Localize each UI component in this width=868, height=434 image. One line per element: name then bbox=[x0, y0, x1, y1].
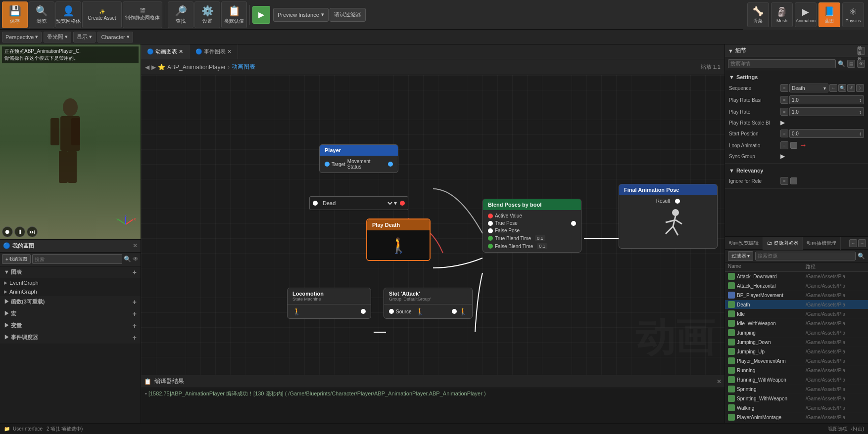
relevancy-title[interactable]: ▼ Relevancy bbox=[725, 166, 868, 175]
eye-icon[interactable]: 👁 bbox=[133, 256, 139, 262]
pause-btn[interactable]: ⏸ bbox=[14, 226, 25, 237]
physics-view-btn[interactable]: ⚛ Physics bbox=[842, 2, 864, 27]
nav-forward-btn[interactable]: ▶ bbox=[151, 64, 156, 71]
close-panel-btn[interactable]: ✕ bbox=[133, 242, 138, 249]
settings-btn[interactable]: ⚙️ 设置 bbox=[194, 1, 220, 28]
graph-section[interactable]: ▼ 图表 + bbox=[0, 266, 141, 278]
blueprint-search-input[interactable] bbox=[32, 254, 122, 264]
step-btn[interactable]: ⏭ bbox=[27, 226, 38, 237]
details-search-input[interactable] bbox=[728, 59, 836, 68]
browse-btn[interactable]: 🔍 浏览 bbox=[29, 1, 54, 28]
asset-row[interactable]: Attack_Downward/Game/Assets/Pla bbox=[725, 272, 868, 281]
preview-mesh-btn[interactable]: 👤 预览网格体 bbox=[55, 1, 81, 28]
play-rate-value[interactable]: 1.0 ↕ bbox=[789, 107, 864, 116]
details-preview-btn[interactable]: 预览场景设置 bbox=[857, 47, 865, 55]
start-position-value[interactable]: 0.0 ↕ bbox=[789, 129, 864, 138]
asset-row[interactable]: Attack_Horizontal/Game/Assets/Pla bbox=[725, 281, 868, 291]
asset-row[interactable]: Idle/Game/Assets/Pla bbox=[725, 309, 868, 319]
find-btn[interactable]: 🔎 查找 bbox=[168, 1, 193, 28]
asset-browser-search[interactable] bbox=[755, 252, 856, 260]
details-grid-btn[interactable]: ▤ bbox=[847, 60, 855, 68]
breadcrumb-project[interactable]: ABP_AnimationPlayer bbox=[167, 64, 226, 71]
asset-row[interactable]: Jumping/Game/Assets/Pla bbox=[725, 328, 868, 338]
skeleton-view-btn[interactable]: 🦴 骨架 bbox=[747, 2, 769, 27]
montage-tab[interactable]: 动画插槽管理 bbox=[803, 237, 841, 250]
asset-row[interactable]: Jumping_Up/Game/Assets/Pla bbox=[725, 347, 868, 356]
asset-row[interactable]: PlayerAnimMontage/Game/Assets/Pla bbox=[725, 413, 868, 422]
asset-row[interactable]: Death/Game/Assets/Pla bbox=[725, 300, 868, 309]
add-new-btn[interactable]: +我的蓝图 bbox=[2, 254, 31, 264]
dead-dropdown[interactable]: Dead ▾ bbox=[309, 196, 408, 210]
ab-forward-btn[interactable]: → bbox=[858, 239, 866, 247]
graph-area[interactable]: Player Target Movement Status Dead ▾ bbox=[141, 75, 724, 375]
seq-reset-btn[interactable]: ↺ bbox=[847, 84, 855, 92]
function-section[interactable]: ▶ 函数(3可重载) + bbox=[0, 296, 141, 308]
anim-graph-item[interactable]: ▶ AnimGraph bbox=[0, 287, 141, 296]
save-icon-btn[interactable]: 💾 保存 bbox=[2, 1, 28, 28]
seq-equal-btn[interactable]: = bbox=[780, 84, 788, 92]
play-rate-base-value[interactable]: 1.0 ↕ bbox=[789, 95, 864, 104]
add-variable-btn[interactable]: + bbox=[133, 322, 137, 330]
nav-back-btn[interactable]: ◀ bbox=[145, 64, 149, 71]
asset-browser-tab[interactable]: 🗂 资源浏览器 bbox=[763, 237, 803, 250]
ab-back-btn[interactable]: ← bbox=[849, 239, 857, 247]
final-pose-node[interactable]: Final Animation Pose Result bbox=[619, 184, 718, 249]
create-asset-btn[interactable]: ✨ Create Asset bbox=[82, 1, 122, 28]
prb-equal-btn[interactable]: = bbox=[780, 96, 788, 104]
macro-section[interactable]: ▶ 宏 + bbox=[0, 308, 141, 320]
sequence-dropdown[interactable]: Death ▾ bbox=[789, 84, 828, 92]
asset-row[interactable]: Sprinting_WithWeapon/Game/Assets/Pla bbox=[725, 394, 868, 403]
loop-equal-btn[interactable]: = bbox=[780, 141, 788, 149]
asset-row[interactable]: Idle_WithWeapon/Game/Assets/Pla bbox=[725, 319, 868, 328]
filter-btn[interactable]: 请试过滤器 bbox=[330, 8, 366, 22]
perspective-btn[interactable]: Perspective ▾ bbox=[2, 32, 42, 43]
animation-view-btn[interactable]: ▶ Animation bbox=[795, 2, 817, 27]
event-graph-item[interactable]: ▶ EventGraph bbox=[0, 278, 141, 287]
asset-row[interactable]: Walking/Game/Assets/Pla bbox=[725, 403, 868, 413]
character-btn[interactable]: Character ▾ bbox=[97, 32, 133, 43]
close-compiler-btn[interactable]: ✕ bbox=[717, 378, 722, 385]
asset-row[interactable]: Running_WithWeapon/Game/Assets/Pla bbox=[725, 375, 868, 385]
ir-checkbox[interactable] bbox=[790, 177, 797, 184]
asset-row[interactable]: BP_PlayerMovement/Game/Assets/Pla bbox=[725, 291, 868, 300]
blend-poses-node[interactable]: Blend Poses by bool Active Value True Po… bbox=[482, 199, 581, 253]
event-section[interactable]: ▶ 事件调度器 + bbox=[0, 332, 141, 344]
preview-edit-tab[interactable]: 动画预览编辑 bbox=[725, 237, 763, 250]
add-macro-btn[interactable]: + bbox=[133, 310, 137, 318]
add-event-btn[interactable]: + bbox=[133, 334, 137, 342]
record-btn[interactable]: ⏺ bbox=[2, 226, 13, 237]
home-btn[interactable]: ⭐ bbox=[158, 64, 165, 71]
seq-back-btn[interactable]: ← bbox=[829, 84, 837, 92]
asset-row[interactable]: Running/Game/Assets/Pla bbox=[725, 366, 868, 375]
locomotion-node[interactable]: Locomotion State Machine 🚶 bbox=[287, 288, 371, 319]
settings-title[interactable]: ▼ Settings bbox=[725, 72, 868, 82]
asset-row[interactable]: Jumping_Down/Game/Assets/Pla bbox=[725, 338, 868, 347]
filter-dropdown-btn[interactable]: 过滤器 ▾ bbox=[728, 251, 753, 261]
add-function-btn[interactable]: + bbox=[133, 298, 137, 306]
static-anim-btn[interactable]: 🎬 制作静态网格体 bbox=[123, 1, 162, 28]
sp-equal-btn[interactable]: = bbox=[780, 130, 788, 137]
dead-select[interactable]: Dead bbox=[321, 200, 394, 207]
variable-section[interactable]: ▶ 变量 + bbox=[0, 320, 141, 332]
play-death-node[interactable]: Play Death 🚶 bbox=[366, 218, 431, 261]
add-graph-btn[interactable]: + bbox=[133, 268, 137, 276]
preview-instance-btn[interactable]: Preview Instance ▾ bbox=[273, 8, 329, 22]
lighting-btn[interactable]: 带光照 ▾ bbox=[44, 32, 71, 43]
asset-row[interactable]: Sprinting/Game/Assets/Pla bbox=[725, 385, 868, 394]
seq-search-btn[interactable]: 🔍 bbox=[838, 84, 846, 92]
mesh-view-btn[interactable]: 🗿 Mesh bbox=[771, 2, 793, 27]
details-eye-btn[interactable]: 👁 bbox=[857, 60, 865, 68]
default-val-btn[interactable]: 📋 类默认值 bbox=[221, 1, 247, 28]
blueprint-view-btn[interactable]: 📘 蓝图 bbox=[819, 2, 840, 27]
play-btn[interactable]: ▶ bbox=[252, 6, 270, 24]
anim-graph-tab[interactable]: 🔵 动画图表 ✕ bbox=[141, 44, 190, 59]
loop-checkbox[interactable] bbox=[790, 142, 797, 149]
player-node[interactable]: Player Target Movement Status bbox=[319, 144, 398, 173]
ir-equal-btn[interactable]: = bbox=[780, 177, 788, 185]
pr-equal-btn[interactable]: = bbox=[780, 108, 788, 116]
seq-browse-btn[interactable]: ⟩ bbox=[856, 84, 864, 92]
slot-attack-node[interactable]: Slot 'Attack' Group 'DefaultGroup' Sourc… bbox=[384, 288, 473, 319]
event-graph-tab[interactable]: 🔵 事件图表 ✕ bbox=[190, 44, 238, 59]
asset-row[interactable]: Player_MovementArm/Game/Assets/Pla bbox=[725, 356, 868, 366]
show-btn[interactable]: 显示 ▾ bbox=[73, 32, 96, 43]
